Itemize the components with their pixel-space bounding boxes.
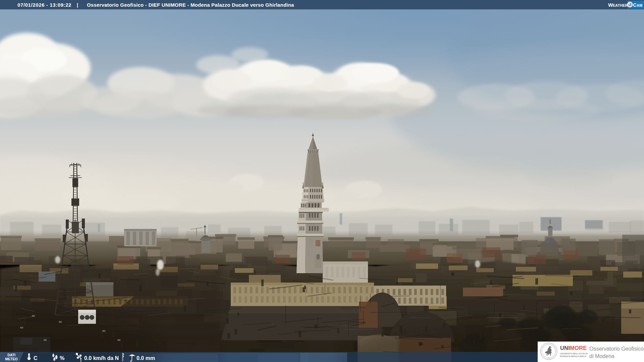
svg-text:AM: AM: [637, 3, 642, 7]
svg-text:0.0 km/h da N: 0.0 km/h da N: [84, 355, 119, 361]
svg-text:C: C: [34, 355, 38, 361]
svg-text:1175: 1175: [547, 358, 550, 359]
svg-text:%: %: [60, 355, 64, 361]
svg-text:METEO: METEO: [5, 357, 17, 361]
svg-text:Osservatorio Geofisico - DIEF: Osservatorio Geofisico - DIEF UNIMORE - …: [87, 2, 294, 8]
svg-text:|: |: [77, 2, 78, 8]
svg-text:MODENA E REGGIO EMILIA: MODENA E REGGIO EMILIA: [560, 355, 586, 357]
svg-text:UNIMORE: UNIMORE: [560, 345, 587, 351]
svg-text:EATHER: EATHER: [613, 3, 628, 7]
svg-text:DATI: DATI: [7, 353, 15, 357]
svg-text:di Modena: di Modena: [589, 353, 614, 359]
svg-text:UNIVERSITÀ DEGLI STUDI DI: UNIVERSITÀ DEGLI STUDI DI: [560, 353, 588, 355]
svg-text:0.0 mm: 0.0 mm: [137, 355, 155, 361]
svg-text:W: W: [608, 2, 613, 8]
svg-text:07/01/2026 - 13:09:22: 07/01/2026 - 13:09:22: [17, 2, 71, 8]
svg-text:Osservatorio Geofisico: Osservatorio Geofisico: [589, 346, 644, 352]
svg-text:C: C: [633, 2, 637, 8]
